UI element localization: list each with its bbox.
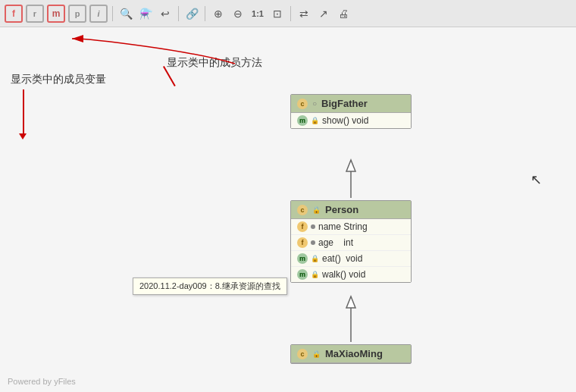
age-field-icon: f <box>297 237 308 248</box>
separator-4 <box>290 6 291 21</box>
bigfather-method-show: m 🔒 show() void <box>291 113 411 128</box>
filter-f-button[interactable]: f <box>5 5 23 23</box>
person-method-walk: m 🔒 walk() void <box>291 267 411 282</box>
search-icon[interactable]: 🔍 <box>117 5 134 22</box>
curve-icon[interactable]: ↩ <box>157 5 174 22</box>
walk-lock-icon: 🔒 <box>311 271 319 278</box>
show-method-label: show() void <box>322 115 368 126</box>
separator-2 <box>178 6 179 21</box>
svg-marker-4 <box>72 35 83 42</box>
person-header: c 🔒 Person <box>291 201 411 219</box>
bigfather-name: BigFather <box>321 98 368 109</box>
person-lock-icon: 🔒 <box>312 206 321 214</box>
zoom-reset-button[interactable]: 1:1 <box>249 5 266 22</box>
maxiaoming-class-icon: c <box>297 349 308 359</box>
filter-i-button[interactable]: i <box>89 5 108 23</box>
maxiaoming-lock-icon: 🔒 <box>312 350 321 358</box>
annotation-arrow-variable <box>23 89 24 135</box>
fit-icon[interactable]: ⊡ <box>269 5 286 22</box>
link-icon[interactable]: 🔗 <box>183 5 200 22</box>
uml-node-maxiaoming[interactable]: c 🔒 MaXiaoMing <box>290 344 412 364</box>
canvas: 显示类中的成员变量 显示类中的成员方法 c ○ BigFather m 🔒 <box>0 27 576 392</box>
person-class-icon: c <box>297 205 308 215</box>
svg-marker-1 <box>346 160 355 171</box>
person-field-name: f name String <box>291 219 411 235</box>
cursor-indicator: ↖ <box>531 171 542 188</box>
filter-p-button[interactable]: p <box>68 5 86 23</box>
print-icon[interactable]: 🖨 <box>335 5 352 22</box>
person-field-age: f age int <box>291 235 411 251</box>
name-visibility-dot <box>311 224 315 229</box>
name-field-icon: f <box>297 221 308 232</box>
zoom-in-icon[interactable]: ⊕ <box>210 5 227 22</box>
show-method-icon: m <box>297 115 308 126</box>
filter-m-button[interactable]: m <box>47 5 65 23</box>
zoom-out-icon[interactable]: ⊖ <box>230 5 246 22</box>
eat-lock-icon: 🔒 <box>311 255 319 262</box>
bigfather-header: c ○ BigFather <box>291 95 411 113</box>
bigfather-class-icon: c <box>297 99 308 109</box>
eat-method-icon: m <box>297 253 308 264</box>
age-field-label: age int <box>318 237 353 248</box>
export-icon[interactable]: ⇄ <box>296 5 312 22</box>
separator-3 <box>205 6 205 21</box>
watermark-label: Powered by yFiles <box>8 377 76 386</box>
annotation-arrowhead-variable <box>19 133 27 140</box>
expand-icon[interactable]: ↗ <box>315 5 332 22</box>
uml-node-bigfather[interactable]: c ○ BigFather m 🔒 show() void <box>290 94 412 129</box>
maxiaoming-name: MaXiaoMing <box>325 348 383 359</box>
uml-node-person[interactable]: c 🔒 Person f name String f age int m 🔒 e… <box>290 200 412 283</box>
filter-icon[interactable]: ⚗️ <box>137 5 154 22</box>
annotation-member-method-label: 显示类中的成员方法 <box>167 56 262 70</box>
age-visibility-dot <box>311 240 315 245</box>
person-name: Person <box>325 204 358 215</box>
maxiaoming-header: c 🔒 MaXiaoMing <box>291 345 411 363</box>
eat-method-label: eat() void <box>322 253 362 264</box>
show-lock-icon: 🔒 <box>311 117 319 124</box>
toolbar: f r m p i 🔍 ⚗️ ↩ 🔗 ⊕ ⊖ 1:1 ⊡ ⇄ ↗ 🖨 <box>0 0 576 27</box>
separator-1 <box>112 6 113 21</box>
person-method-eat: m 🔒 eat() void <box>291 251 411 267</box>
name-field-label: name String <box>318 221 368 232</box>
filter-r-button[interactable]: r <box>26 5 44 23</box>
bigfather-visibility-icon: ○ <box>312 99 317 108</box>
svg-marker-3 <box>346 296 355 308</box>
walk-method-label: walk() void <box>322 269 365 280</box>
walk-method-icon: m <box>297 269 308 280</box>
tooltip-box: 2020.11.2-day009：8.继承资源的查找 <box>133 278 287 295</box>
annotation-member-variable-label: 显示类中的成员变量 <box>11 73 106 86</box>
